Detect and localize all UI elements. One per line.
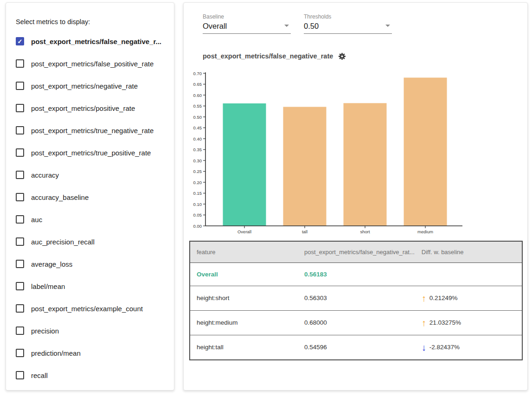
bar-overall[interactable] [223,103,266,226]
checkbox-unchecked-icon[interactable] [16,82,24,90]
y-axis-tick-label: 0.55 [193,103,202,109]
feature-cell: height:short [190,286,298,310]
metric-item-post-export-metrics-true-positive-rate[interactable]: post_export_metrics/true_positive_rate [6,141,174,164]
checkbox-unchecked-icon[interactable] [16,59,24,68]
thresholds-value[interactable]: 0.50 [304,22,319,31]
checkbox-unchecked-icon[interactable] [16,193,24,201]
table-row-height-short: height:short0.56303↑0.21249% [190,286,522,310]
diff-cell: ↑0.21249% [415,286,522,310]
y-axis-tick-label: 0.20 [193,180,202,185]
y-axis-tick-label: 0.05 [193,212,202,218]
metric-value-cell: 0.54596 [298,335,415,360]
metric-item-precision[interactable]: precision [6,320,174,342]
up-arrow-icon: ↑ [422,294,426,303]
feature-cell: Overall [190,263,298,286]
chevron-down-icon[interactable] [385,25,390,27]
checkbox-unchecked-icon[interactable] [16,260,24,268]
checkbox-unchecked-icon[interactable] [16,126,24,134]
metric-item-label: prediction/mean [31,349,81,357]
thresholds-dropdown[interactable]: Thresholds 0.50 [304,13,392,34]
column-header-diff: Diff. w. baseline [415,241,522,263]
y-axis-tick-label: 0.10 [193,202,202,207]
chevron-down-icon[interactable] [284,25,289,27]
metric-item-label-mean[interactable]: label/mean [6,275,174,297]
y-axis-tick-label: 0.25 [193,169,202,174]
metric-item-prediction-mean[interactable]: prediction/mean [6,342,174,364]
diff-value: 21.03275% [429,319,461,326]
column-header-metric: post_export_metrics/false_negative_rat..… [298,241,415,263]
metric-value-cell: 0.56183 [298,263,415,286]
baseline-value[interactable]: Overall [203,22,227,31]
metric-item-label: post_export_metrics/true_negative_rate [31,127,154,134]
metric-item-auc-precision-recall[interactable]: auc_precision_recall [6,231,174,253]
metric-item-post-export-metrics-example-count[interactable]: post_export_metrics/example_count [6,297,174,320]
y-axis-tick-label: 0.00 [193,224,202,229]
metric-item-post-export-metrics-positive-rate[interactable]: post_export_metrics/positive_rate [6,97,174,119]
metric-item-label: recall [31,371,48,379]
y-axis-tick-label: 0.50 [193,115,202,120]
metrics-table: feature post_export_metrics/false_negati… [189,241,523,360]
diff-cell: ↑21.03275% [415,310,522,335]
checkbox-unchecked-icon[interactable] [16,215,24,224]
bar-medium[interactable] [404,77,447,226]
table-row-height-tall: height:tall0.54596↓-2.82437% [190,335,522,360]
checkbox-unchecked-icon[interactable] [16,304,24,313]
metric-item-recall[interactable]: recall [6,364,174,386]
metric-item-post-export-metrics-false-negative-r[interactable]: ✓post_export_metrics/false_negative_r... [6,30,174,52]
column-header-feature: feature [190,241,298,263]
metric-selector-title: Select metrics to display: [16,18,174,26]
metric-item-auc[interactable]: auc [6,208,174,231]
chart-title: post_export_metrics/false_negative_rate [203,52,333,60]
checkbox-unchecked-icon[interactable] [16,282,24,290]
up-arrow-icon: ↑ [422,318,426,327]
feature-cell: height:medium [190,310,298,335]
metric-item-label: auc_precision_recall [31,238,95,246]
metric-item-label: accuracy_baseline [31,193,89,201]
y-axis-tick-label: 0.45 [193,125,202,130]
metrics-list: ✓post_export_metrics/false_negative_r...… [6,30,174,386]
gear-icon[interactable] [338,52,346,60]
metric-value-cell: 0.56303 [298,286,415,310]
metric-item-label: post_export_metrics/positive_rate [31,104,135,112]
metric-item-average-loss[interactable]: average_loss [6,253,174,275]
metric-item-accuracy[interactable]: accuracy [6,164,174,186]
table-header-row: feature post_export_metrics/false_negati… [190,241,522,263]
metrics-display-panel: Baseline Overall Thresholds 0.50 post_ex… [183,2,528,391]
checkbox-unchecked-icon[interactable] [16,237,24,246]
checkbox-unchecked-icon[interactable] [16,104,24,112]
checkbox-checked-icon[interactable]: ✓ [16,37,24,45]
metric-item-post-export-metrics-negative-rate[interactable]: post_export_metrics/negative_rate [6,75,174,97]
checkbox-unchecked-icon[interactable] [16,349,24,357]
metric-value-cell: 0.68000 [298,310,415,335]
metric-item-label: post_export_metrics/example_count [31,305,143,313]
metric-item-accuracy-baseline[interactable]: accuracy_baseline [6,186,174,208]
metric-item-label: post_export_metrics/false_negative_r... [31,38,161,45]
checkbox-unchecked-icon[interactable] [16,148,24,157]
y-axis-tick-label: 0.35 [193,147,202,152]
metric-item-post-export-metrics-false-positive-rate[interactable]: post_export_metrics/false_positive_rate [6,52,174,75]
baseline-dropdown[interactable]: Baseline Overall [203,13,291,34]
thresholds-label: Thresholds [304,13,392,20]
metric-item-label: post_export_metrics/true_positive_rate [31,149,151,157]
checkbox-unchecked-icon[interactable] [16,171,24,179]
bar-short[interactable] [344,103,387,226]
chart-settings-button[interactable] [338,52,346,60]
metric-item-label: precision [31,327,59,335]
down-arrow-icon: ↓ [422,343,426,352]
controls-row: Baseline Overall Thresholds 0.50 [203,13,527,34]
metric-item-label: average_loss [31,260,72,268]
table-row-height-medium: height:medium0.68000↑21.03275% [190,310,522,335]
diff-cell: ↓-2.82437% [415,335,522,360]
y-axis-tick-label: 0.70 [193,71,202,76]
x-axis-tick-label: short [360,229,370,234]
diff-value: -2.82437% [429,344,460,351]
metric-item-label: post_export_metrics/false_positive_rate [31,60,154,68]
checkbox-unchecked-icon[interactable] [16,327,24,335]
checkbox-unchecked-icon[interactable] [16,371,24,379]
x-axis-tick-label: medium [417,229,433,234]
bar-tall[interactable] [283,107,327,226]
metric-item-label: auc [31,216,42,224]
metric-item-post-export-metrics-true-negative-rate[interactable]: post_export_metrics/true_negative_rate [6,119,174,141]
metric-item-label: label/mean [31,282,65,290]
table-row-overall: Overall0.56183 [190,263,522,286]
